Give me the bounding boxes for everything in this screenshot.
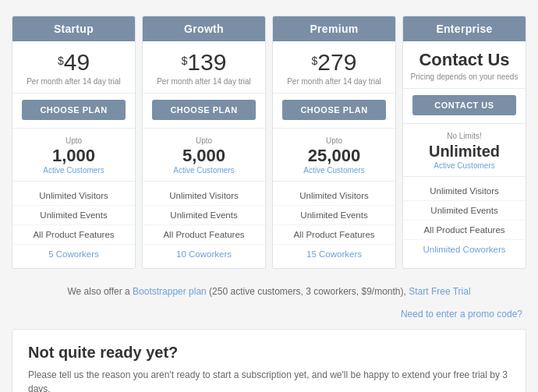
plan-cta-button-startup[interactable]: CHOOSE PLAN [22,100,126,120]
plan-coworkers-enterprise: Unlimited Coworkers [403,240,526,259]
plan-customers-section-premium: Upto25,000Active Customers [273,129,395,182]
feature-row: Unlimited Events [12,206,135,225]
bootstrapper-link[interactable]: Bootstrapper plan [133,286,207,297]
feature-row: All Product Features [143,225,265,245]
plan-header-growth: Growth [143,16,265,41]
plan-features-enterprise: Unlimited VisitorsUnlimited EventsAll Pr… [403,177,526,268]
plan-header-enterprise: Enterprise [403,16,526,41]
plan-card-premium: Premium$279Per month after 14 day trialC… [272,16,396,269]
plan-customers-value-growth: 5,000 [149,147,259,165]
plan-no-limits-enterprise: No Limits! [409,132,519,140]
feature-row: Unlimited Visitors [12,186,135,206]
plan-cta-section-premium: CHOOSE PLAN [273,94,395,129]
not-ready-description: Please tell us the reason you aren't rea… [28,368,510,392]
plan-cta-button-enterprise[interactable]: CONTACT US [412,95,516,115]
feature-row: All Product Features [12,225,135,245]
plan-header-startup: Startup [12,16,135,41]
plan-price-note-startup: Per month after 14 day trial [19,76,129,87]
plan-price-contact-enterprise: Contact Us [409,51,519,69]
not-ready-section: Not quite ready yet? Please tell us the … [12,329,526,392]
plan-card-enterprise: EnterpriseContact UsPricing depends on y… [402,16,526,269]
plan-price-section-premium: $279Per month after 14 day trial [273,41,395,94]
plan-customers-value-premium: 25,000 [279,147,389,165]
feature-row: Unlimited Events [403,201,526,221]
page-wrapper: Startup$49Per month after 14 day trialCH… [0,0,538,392]
plan-price-section-enterprise: Contact UsPricing depends on your needs [403,41,526,89]
feature-row: All Product Features [403,221,526,240]
plan-price-premium: $279 [279,51,389,74]
plan-customers-section-enterprise: No Limits!UnlimitedActive Customers [403,124,526,177]
plan-card-growth: Growth$139Per month after 14 day trialCH… [142,16,266,269]
plan-customers-label-growth: Active Customers [149,166,259,175]
plan-price-note-growth: Per month after 14 day trial [149,76,259,87]
plan-cta-section-enterprise: CONTACT US [403,89,526,124]
plan-customers-section-startup: Upto1,000Active Customers [12,129,135,182]
plan-cta-button-premium[interactable]: CHOOSE PLAN [282,100,386,120]
plans-grid: Startup$49Per month after 14 day trialCH… [12,16,526,269]
plan-customers-upto-premium: Upto [279,136,389,145]
plan-coworkers-growth: 10 Coworkers [143,245,265,263]
bootstrapper-note: We also offer a Bootstrapper plan (250 a… [12,280,526,303]
feature-row: Unlimited Visitors [403,182,526,201]
plan-price-startup: $49 [19,51,129,74]
feature-row: Unlimited Events [143,206,265,225]
plan-customers-label-startup: Active Customers [19,166,129,175]
plan-customers-label-premium: Active Customers [279,166,389,175]
plan-cta-button-growth[interactable]: CHOOSE PLAN [152,100,256,120]
bootstrapper-text-middle: (250 active customers, 3 coworkers, $9/m… [207,286,409,297]
plan-price-growth: $139 [149,51,259,74]
plan-customers-upto-growth: Upto [149,136,259,145]
plan-price-section-growth: $139Per month after 14 day trial [143,41,265,94]
plan-price-note-premium: Per month after 14 day trial [279,76,389,87]
plan-card-startup: Startup$49Per month after 14 day trialCH… [12,16,136,269]
plan-coworkers-premium: 15 Coworkers [273,245,395,263]
plan-customers-value-enterprise: Unlimited [409,142,519,161]
plan-features-startup: Unlimited VisitorsUnlimited EventsAll Pr… [12,182,135,268]
plan-price-section-startup: $49Per month after 14 day trial [12,41,135,94]
plan-price-note-enterprise: Pricing depends on your needs [409,72,519,82]
plan-cta-section-startup: CHOOSE PLAN [12,94,135,129]
plan-header-premium: Premium [273,16,395,41]
promo-section: Need to enter a promo code? [12,308,526,329]
feature-row: Unlimited Visitors [273,186,395,206]
plan-cta-section-growth: CHOOSE PLAN [143,94,265,129]
feature-row: Unlimited Visitors [143,186,265,206]
plan-customers-section-growth: Upto5,000Active Customers [143,129,265,182]
plan-features-premium: Unlimited VisitorsUnlimited EventsAll Pr… [273,182,395,268]
start-free-trial-link[interactable]: Start Free Trial [409,286,470,297]
plan-features-growth: Unlimited VisitorsUnlimited EventsAll Pr… [143,182,265,268]
plan-customers-label-enterprise: Active Customers [409,161,519,170]
bootstrapper-text-before: We also offer a [67,286,133,297]
promo-code-link[interactable]: Need to enter a promo code? [401,309,522,320]
feature-row: Unlimited Events [273,206,395,225]
plan-customers-upto-startup: Upto [19,136,129,145]
not-ready-title: Not quite ready yet? [28,344,510,362]
feature-row: All Product Features [273,225,395,245]
plan-coworkers-startup: 5 Coworkers [12,245,135,263]
plan-customers-value-startup: 1,000 [19,147,129,165]
